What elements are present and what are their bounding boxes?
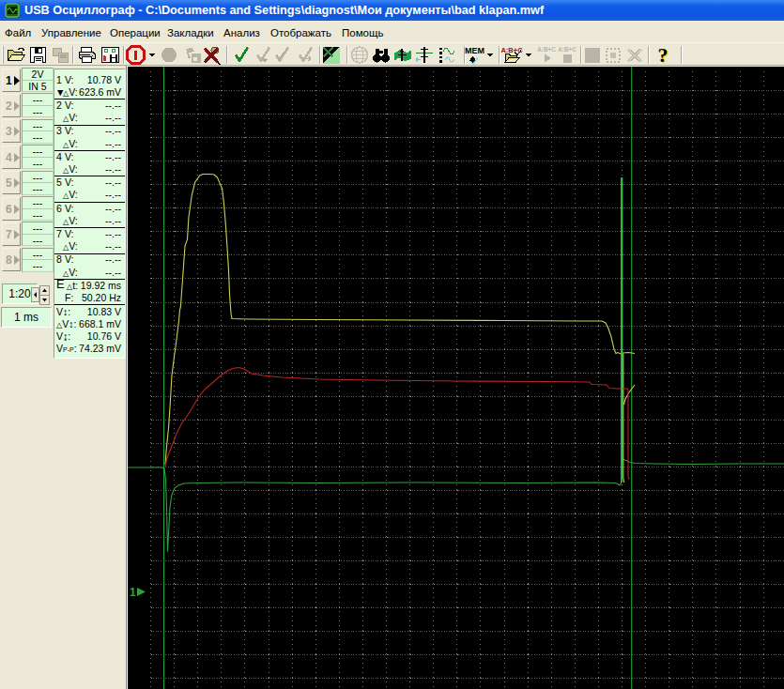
svg-text:?: ? [658,43,669,67]
svg-text:A:B+C: A:B+C [537,46,556,53]
svg-text:A:B+C: A:B+C [558,46,576,53]
svg-text:MEM: MEM [465,46,484,55]
svg-text:1: 1 [130,586,136,599]
svg-text:A:B+C: A:B+C [500,46,523,54]
